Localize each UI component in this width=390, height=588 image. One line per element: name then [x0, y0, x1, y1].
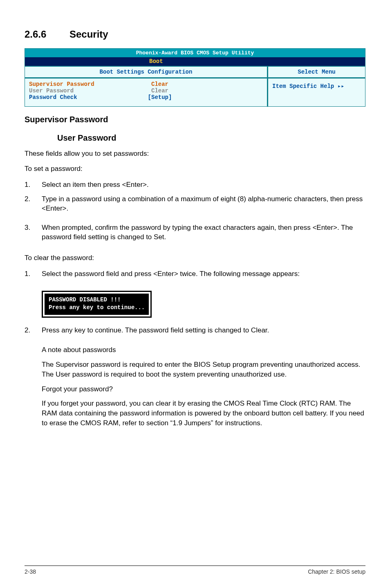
list-number: 3. — [25, 223, 42, 242]
bios-row-label: User Password — [29, 88, 135, 94]
section-number: 2.6.6 — [25, 29, 69, 40]
bios-screenshot: Phoenix-Award BIOS CMOS Setup Utility Bo… — [25, 48, 365, 107]
chapter-label: Chapter 2: BIOS setup — [308, 568, 365, 575]
bios-row-label: Supervisor Password — [29, 81, 135, 88]
list-text: Type in a password using a combination o… — [42, 195, 365, 213]
clear-intro: To clear the password: — [25, 254, 365, 263]
list-number: 2. — [25, 326, 42, 335]
bios-tab-boot: Boot — [143, 57, 169, 66]
bios-row-password-check: Password Check [Setup] — [29, 94, 263, 101]
message-box-wrapper: PASSWORD DISABLED !!! Press any key to c… — [42, 291, 365, 318]
note-body: The Supervisor password is required to e… — [42, 360, 365, 379]
bios-tab-row: Boot — [25, 57, 365, 66]
note-heading: A note about passwords — [42, 345, 365, 355]
bios-row-value: [Setup] — [135, 94, 184, 101]
page-footer: 2-38 Chapter 2: BIOS setup — [25, 566, 365, 575]
list-text: Press any key to continue. The password … — [42, 326, 365, 335]
section-heading: 2.6.6Security — [25, 29, 365, 40]
bios-row-user: User Password Clear — [29, 88, 263, 94]
password-disabled-message: PASSWORD DISABLED !!! Press any key to c… — [45, 294, 149, 315]
list-text: Select an item then press <Enter>. — [42, 180, 365, 190]
list-item: 1. Select an item then press <Enter>. — [25, 180, 365, 190]
page-number: 2-38 — [25, 568, 36, 575]
clear-password-steps: 1. Select the password field and press <… — [25, 269, 365, 279]
list-item: 2. Press any key to continue. The passwo… — [25, 326, 365, 335]
list-item: 1. Select the password field and press <… — [25, 269, 365, 279]
bios-row-value: Clear — [135, 88, 184, 94]
password-disabled-box: PASSWORD DISABLED !!! Press any key to c… — [42, 291, 152, 318]
bios-settings-list: Supervisor Password Clear User Password … — [25, 79, 267, 106]
list-number: 2. — [25, 195, 42, 213]
list-item: 2. Type in a password using a combinatio… — [25, 195, 365, 213]
supervisor-password-heading: Supervisor Password — [25, 114, 365, 125]
intro-text-2: To set a password: — [25, 164, 365, 174]
list-item: 3. When prompted, confirm the password b… — [25, 223, 365, 242]
bios-row-supervisor: Supervisor Password Clear — [29, 81, 263, 88]
set-password-steps: 1. Select an item then press <Enter>. 2.… — [25, 180, 365, 242]
intro-text-1: These fields allow you to set passwords: — [25, 149, 365, 159]
forgot-body: If you forget your password, you can cle… — [42, 399, 365, 428]
note-block: A note about passwords The Supervisor pa… — [25, 345, 365, 428]
forgot-heading: Forgot your password? — [42, 384, 365, 394]
bios-right-header: Select Menu — [268, 67, 365, 79]
list-text: Select the password field and press <Ent… — [42, 269, 365, 279]
bios-help-text: Item Specific Help ▸▸ — [268, 79, 365, 94]
list-number: 1. — [25, 269, 42, 279]
user-password-heading: User Password — [25, 132, 365, 144]
double-right-arrow-icon: ▸▸ — [338, 83, 345, 90]
section-title-text: Security — [69, 29, 108, 40]
clear-step-2: 2. Press any key to continue. The passwo… — [25, 326, 365, 335]
bios-titlebar: Phoenix-Award BIOS CMOS Setup Utility — [25, 49, 365, 57]
list-number: 1. — [25, 180, 42, 190]
bios-row-value: Clear — [135, 81, 184, 88]
bios-help-label: Item Specific Help — [272, 83, 338, 90]
list-text: When prompted, confirm the password by t… — [42, 223, 365, 242]
bios-left-header: Boot Settings Configuration — [25, 67, 267, 79]
bios-row-label: Password Check — [29, 94, 135, 101]
